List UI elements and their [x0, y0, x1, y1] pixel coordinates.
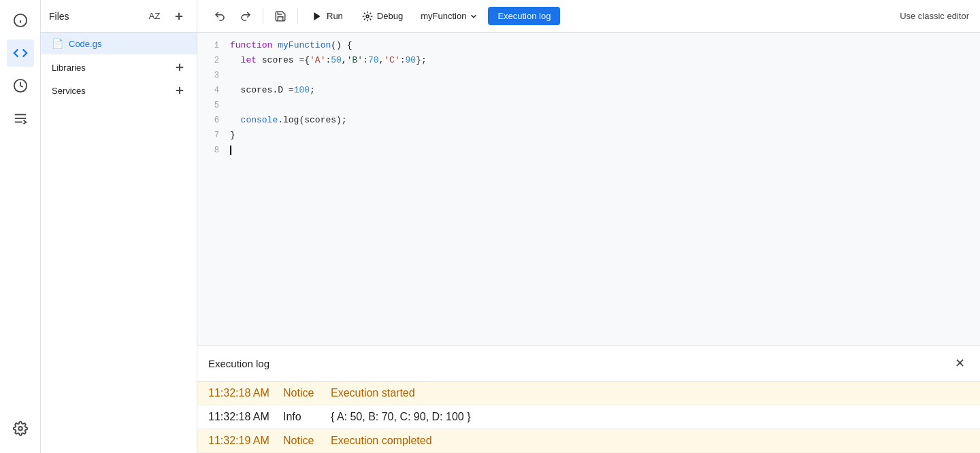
line-content [230, 143, 980, 158]
services-label: Services [52, 86, 174, 96]
line-content: scores.D =100; [230, 83, 980, 98]
add-file-button[interactable] [169, 7, 189, 26]
code-line-6: 6 console.log(scores); [197, 113, 980, 128]
info-nav-button[interactable] [7, 7, 34, 34]
sort-az-label: AZ [148, 11, 160, 21]
exec-log-title: Execution log [208, 358, 950, 369]
line-number: 1 [197, 38, 230, 53]
exec-log-header: Execution log ✕ [197, 346, 980, 382]
file-panel-title: Files [49, 11, 140, 22]
editor-area[interactable]: 1function myFunction() {2 let scores ={'… [197, 33, 980, 345]
run-button[interactable]: Run [304, 7, 351, 26]
code-line-4: 4 scores.D =100; [197, 83, 980, 98]
libraries-label: Libraries [52, 63, 174, 73]
file-panel: Files AZ 📄 Code.gs Libraries Services [41, 0, 197, 453]
file-panel-header: Files AZ [41, 0, 197, 33]
log-level: Info [283, 411, 331, 423]
line-number: 5 [197, 98, 230, 113]
settings-nav-button[interactable] [7, 415, 34, 442]
main-area: Run Debug myFunction Execution log Use c… [197, 0, 980, 453]
log-time: 11:32:18 AM [208, 387, 283, 399]
file-item-code-gs[interactable]: 📄 Code.gs [41, 33, 197, 54]
file-item-name: Code.gs [69, 39, 186, 49]
line-number: 6 [197, 113, 230, 128]
line-content: console.log(scores); [230, 113, 980, 128]
icon-rail [0, 0, 41, 453]
log-time: 11:32:18 AM [208, 411, 283, 423]
exec-log-close-button[interactable]: ✕ [950, 354, 969, 373]
svg-marker-14 [314, 12, 320, 20]
save-button[interactable] [269, 6, 292, 27]
line-number: 2 [197, 53, 230, 68]
debug-label: Debug [377, 11, 403, 21]
services-section-row: Services [41, 78, 197, 101]
log-row: 11:32:18 AMInfo{ A: 50, B: 70, C: 90, D:… [197, 405, 980, 429]
log-level: Notice [283, 435, 331, 447]
log-time: 11:32:19 AM [208, 435, 283, 447]
sort-az-button[interactable]: AZ [145, 7, 164, 26]
libraries-section-row: Libraries [41, 54, 197, 78]
exec-log-label: Execution log [497, 11, 551, 21]
undo-button[interactable] [208, 6, 231, 27]
line-content: let scores ={'A':50,'B':70,'C':90}; [230, 53, 980, 68]
line-content: function myFunction() { [230, 38, 980, 53]
execution-log-button[interactable]: Execution log [488, 7, 560, 25]
svg-point-7 [18, 426, 22, 431]
log-entries: 11:32:18 AMNoticeExecution started11:32:… [197, 382, 980, 453]
execution-log-panel: Execution log ✕ 11:32:18 AMNoticeExecuti… [197, 345, 980, 453]
svg-point-15 [366, 15, 369, 18]
code-line-8: 8 [197, 143, 980, 158]
log-message: Execution completed [331, 435, 969, 447]
run-label: Run [327, 11, 343, 21]
line-number: 7 [197, 128, 230, 143]
file-icon: 📄 [52, 38, 63, 49]
log-message: Execution started [331, 387, 969, 399]
line-number: 8 [197, 143, 230, 158]
classic-editor-link[interactable]: Use classic editor [900, 11, 969, 21]
code-line-5: 5 [197, 98, 980, 113]
log-message: { A: 50, B: 70, C: 90, D: 100 } [331, 411, 969, 423]
triggers-nav-button[interactable] [7, 72, 34, 99]
log-level: Notice [283, 387, 331, 399]
toolbar: Run Debug myFunction Execution log Use c… [197, 0, 980, 33]
line-number: 4 [197, 83, 230, 98]
line-number: 3 [197, 68, 230, 83]
add-service-button[interactable] [174, 84, 186, 97]
code-line-7: 7} [197, 128, 980, 143]
executions-nav-button[interactable] [7, 105, 34, 132]
toolbar-divider-2 [297, 8, 298, 24]
debug-button[interactable]: Debug [354, 7, 411, 26]
function-selector-button[interactable]: myFunction [414, 7, 485, 25]
log-row: 11:32:19 AMNoticeExecution completed [197, 429, 980, 453]
line-content: } [230, 128, 980, 143]
toolbar-divider-1 [263, 8, 263, 24]
code-line-2: 2 let scores ={'A':50,'B':70,'C':90}; [197, 53, 980, 68]
add-library-button[interactable] [174, 61, 186, 73]
log-row: 11:32:18 AMNoticeExecution started [197, 382, 980, 405]
redo-button[interactable] [234, 6, 257, 27]
code-line-1: 1function myFunction() { [197, 38, 980, 53]
code-nav-button[interactable] [7, 39, 34, 67]
code-line-3: 3 [197, 68, 980, 83]
function-name: myFunction [421, 11, 466, 21]
